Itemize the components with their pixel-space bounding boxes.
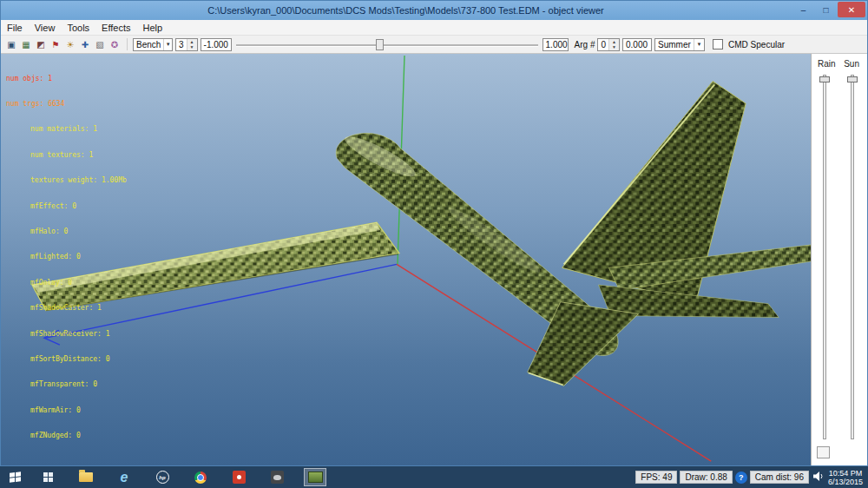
maximize-button[interactable]: □	[815, 2, 837, 17]
model-viewport[interactable]: num objs: 1 num trgs: 6634 num materials…	[1, 54, 811, 465]
volume-icon[interactable]	[812, 470, 824, 485]
rain-label: Rain	[818, 59, 836, 69]
spin-down-icon[interactable]: ▼	[609, 44, 619, 50]
window-title: C:\Users\kyran_000\Documents\DCS Mods\Te…	[27, 1, 785, 20]
bench-select-value: Bench	[134, 40, 163, 49]
right-value-field[interactable]: 0.000	[622, 38, 652, 51]
draw-status: Draw: 0.88	[680, 471, 732, 484]
environment-panel: Rain Sun	[811, 54, 867, 465]
menubar: File View Tools Effects Help	[1, 20, 867, 36]
hud-line: num objs: 1	[6, 75, 211, 83]
close-button[interactable]: ✕	[838, 2, 865, 17]
toolbar-icon-group: ▣ ▦ ◩ ⚑ ☀ ✚ ▧ ✪	[4, 38, 122, 51]
object-viewer-task-icon[interactable]	[304, 468, 326, 486]
bench-spinner[interactable]: 3 ▲ ▼	[175, 38, 198, 51]
season-select[interactable]: Summer ▼	[654, 38, 705, 51]
hud-line: mfWarmAir: 0	[6, 406, 211, 415]
toolbar-separator	[127, 38, 128, 50]
tiles-icon	[43, 472, 53, 482]
anim-arg-slider[interactable]	[234, 38, 540, 51]
hud-line: mfEffect: 0	[6, 202, 211, 211]
folder-icon	[79, 472, 93, 482]
tray-clock[interactable]: 10:54 PM 6/13/2015	[828, 469, 863, 486]
texture-icon[interactable]: ▧	[93, 38, 107, 51]
sun-slider[interactable]	[851, 75, 854, 439]
taskbar: e hp FPS: 49 Draw: 0.88 ? Cam dist: 96	[0, 466, 868, 488]
season-select-value: Summer	[655, 40, 694, 49]
hud-line: textures weight: 1.00Mb	[6, 176, 211, 185]
red-tile-icon	[233, 471, 246, 484]
hud-line: num textures: 1	[6, 151, 211, 160]
bench-spinner-value: 3	[176, 39, 187, 50]
hud-line: mfSortByDistance: 0	[6, 355, 211, 364]
system-tray: 10:54 PM 6/13/2015	[812, 469, 865, 486]
left-value-field[interactable]: -1.000	[201, 38, 232, 51]
open-model-icon[interactable]: ▦	[19, 38, 33, 51]
new-model-icon[interactable]: ▣	[4, 38, 18, 51]
hud-line: mfOnlay: 0	[6, 279, 211, 287]
main-area: num objs: 1 num trgs: 6634 num materials…	[1, 54, 867, 465]
rain-slider-box[interactable]	[817, 446, 830, 458]
start-button[interactable]	[3, 468, 26, 486]
hp-logo-icon: hp	[156, 471, 169, 484]
minimize-button[interactable]: –	[792, 2, 814, 17]
save-icon[interactable]: ◩	[34, 38, 48, 51]
hud-line: mfZNudged: 0	[6, 432, 211, 440]
spin-down-icon[interactable]: ▼	[187, 44, 197, 50]
menu-file[interactable]: File	[1, 22, 29, 34]
hud-line: mfShadowReceiver: 1	[6, 330, 211, 339]
arg-spinner-buttons[interactable]: ▲ ▼	[608, 39, 619, 50]
titlebar[interactable]: C:\Users\kyran_000\Documents\DCS Mods\Te…	[1, 1, 867, 20]
cmd-specular-label: CMD Specular	[728, 40, 785, 49]
cam-dist-status: Cam dist: 96	[750, 471, 809, 484]
object-viewer-window: C:\Users\kyran_000\Documents\DCS Mods\Te…	[0, 0, 868, 466]
menu-tools[interactable]: Tools	[61, 22, 95, 34]
pinned-apps: e hp	[36, 468, 326, 486]
chrome-icon[interactable]	[189, 468, 212, 486]
file-explorer-icon[interactable]	[75, 468, 97, 486]
gimp-icon[interactable]	[266, 468, 288, 486]
ie-e-icon: e	[121, 471, 128, 485]
menu-view[interactable]: View	[29, 22, 62, 34]
hud-line: mfShadowCaster: 1	[6, 304, 211, 313]
cmd-specular-checkbox[interactable]	[713, 39, 723, 49]
bench-select[interactable]: Bench ▼	[133, 38, 173, 51]
app-tiles-icon[interactable]	[36, 468, 59, 486]
windows-logo-icon	[10, 472, 21, 482]
spinner-buttons[interactable]: ▲ ▼	[187, 39, 197, 50]
hud-line: num materials: 1	[6, 125, 211, 134]
internet-explorer-icon[interactable]: e	[113, 468, 135, 486]
model-viewer-thumb-icon	[308, 472, 323, 483]
sun-label: Sun	[844, 59, 859, 69]
hud-line: mfTransparent: 0	[6, 380, 211, 389]
toolbar: ▣ ▦ ◩ ⚑ ☀ ✚ ▧ ✪ Bench ▼ 3 ▲ ▼ -1	[1, 36, 867, 54]
arg-spinner-value: 0	[598, 39, 608, 50]
fps-status: FPS: 49	[635, 471, 677, 484]
slider-groove	[236, 44, 538, 47]
gimp-logo-icon	[271, 471, 284, 484]
red-app-icon[interactable]	[227, 468, 250, 486]
menu-effects[interactable]: Effects	[95, 22, 136, 34]
mid-value-field[interactable]: 1.000	[542, 38, 569, 51]
menu-help[interactable]: Help	[137, 22, 169, 34]
slider-thumb[interactable]	[376, 39, 384, 50]
camera-icon[interactable]: ✪	[108, 38, 122, 51]
light-icon[interactable]: ☀	[63, 38, 77, 51]
status-bar: FPS: 49 Draw: 0.88 ? Cam dist: 96	[635, 471, 809, 484]
axes-icon[interactable]: ✚	[78, 38, 92, 51]
chevron-down-icon: ▼	[694, 39, 704, 50]
debug-hud: num objs: 1 num trgs: 6634 num materials…	[6, 57, 211, 465]
chevron-down-icon: ▼	[163, 39, 172, 50]
rain-slider[interactable]	[823, 75, 826, 439]
window-controls: – □ ✕	[792, 2, 865, 17]
sun-slider-thumb[interactable]	[847, 76, 858, 82]
arg-label: Arg #	[575, 40, 595, 49]
arg-spinner[interactable]: 0 ▲ ▼	[597, 38, 620, 51]
help-icon[interactable]: ?	[735, 472, 747, 484]
tray-time: 10:54 PM	[828, 469, 863, 478]
hp-app-icon[interactable]: hp	[151, 468, 174, 486]
flag-icon[interactable]: ⚑	[49, 38, 62, 51]
hud-line: mfLighted: 0	[6, 253, 211, 261]
tray-date: 6/13/2015	[828, 478, 863, 486]
rain-slider-thumb[interactable]	[819, 76, 830, 82]
